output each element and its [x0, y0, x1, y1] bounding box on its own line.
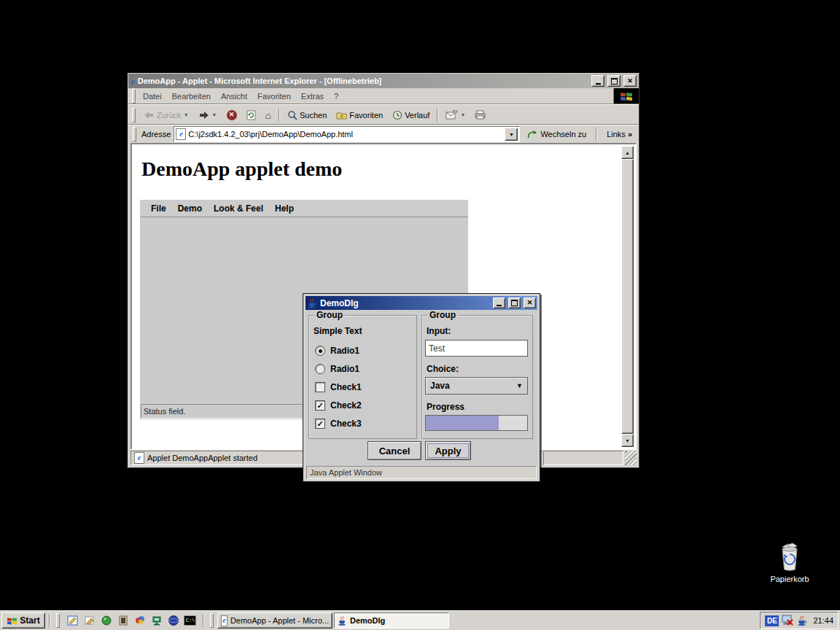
input-field[interactable]	[426, 343, 527, 354]
command-prompt-icon[interactable]: C:\	[184, 615, 196, 626]
history-button[interactable]: Verlauf	[388, 108, 434, 122]
menu-favoriten[interactable]: Favoriten	[252, 90, 296, 103]
recycle-bin-shortcut[interactable]: Papierkorb	[764, 542, 815, 583]
window-title: DemoApp - Applet - Microsoft Internet Ex…	[138, 77, 588, 85]
apply-button[interactable]: Apply	[425, 441, 471, 460]
start-windows-flag-icon	[7, 616, 18, 626]
dialog-body: Group Simple Text Radio1 Radio1 Check1 ✓…	[306, 310, 537, 479]
dialog-maximize-button[interactable]	[508, 298, 521, 308]
radio1-label: Radio1	[330, 346, 359, 356]
menu-extras[interactable]: Extras	[296, 90, 329, 103]
menu-bearbeiten[interactable]: Bearbeiten	[167, 90, 216, 103]
dialog-minimize-icon	[497, 305, 502, 306]
system-tray: DE 21:44	[760, 612, 839, 629]
recycle-bin-icon	[777, 542, 803, 572]
task-button-demodlg[interactable]: DemoDlg	[334, 612, 449, 629]
right-groupbox: Group Input: Choice: Java ▼ Progress	[421, 315, 533, 439]
radio1-selected[interactable]	[315, 346, 325, 356]
clock[interactable]: 21:44	[810, 616, 833, 625]
addressbar-grip[interactable]	[133, 127, 136, 141]
task-button-demoapp[interactable]: e DemoApp - Applet - Micro...	[217, 612, 332, 629]
minimize-button[interactable]	[591, 75, 604, 87]
left-groupbox: Group Simple Text Radio1 Radio1 Check1 ✓…	[308, 315, 417, 439]
taskband-grip[interactable]	[210, 613, 214, 628]
maximize-button[interactable]	[607, 75, 621, 87]
right-group-title: Group	[427, 310, 458, 320]
status-empty-cell	[543, 451, 623, 465]
refresh-button[interactable]	[242, 108, 260, 122]
radio2-label: Radio1	[330, 364, 359, 374]
close-button[interactable]: ✕	[623, 75, 637, 87]
task-java-cup-icon	[338, 616, 347, 626]
menu-datei[interactable]: Datei	[138, 90, 167, 103]
start-button[interactable]: Start	[1, 612, 45, 629]
check1-checkbox[interactable]	[315, 382, 325, 392]
home-button[interactable]: ⌂	[261, 108, 276, 122]
demodlg-dialog: DemoDlg ✕ Group Simple Text Radio1 Radio…	[303, 293, 540, 482]
show-desktop-icon[interactable]	[66, 614, 79, 627]
tray-java-cup-icon[interactable]	[797, 615, 807, 626]
quicklaunch-grip[interactable]	[56, 613, 60, 628]
offline-network-icon[interactable]	[782, 615, 794, 626]
dialog-close-button[interactable]: ✕	[524, 298, 536, 308]
search-label: Suchen	[300, 111, 327, 120]
cancel-button[interactable]: Cancel	[368, 441, 421, 460]
history-icon	[392, 110, 402, 120]
taskbar-separator-2	[203, 614, 204, 627]
address-dropdown-button[interactable]: ▼	[505, 128, 518, 141]
stop-button[interactable]: ✕	[222, 108, 241, 122]
input-label: Input:	[427, 326, 451, 336]
task-demoapp-label: DemoApp - Applet - Micro...	[230, 616, 329, 625]
favorites-button[interactable]: ★ Favoriten	[332, 109, 387, 122]
network-tree-icon[interactable]	[150, 614, 163, 627]
radio2-unselected[interactable]	[315, 364, 325, 374]
check2-checkbox[interactable]: ✓	[315, 400, 325, 411]
recycle-bin-label[interactable]: Papierkorb	[764, 575, 815, 583]
keyboard-layout-indicator[interactable]: DE	[765, 615, 779, 626]
address-input[interactable]	[188, 130, 502, 139]
mail-dropdown-icon[interactable]: ▼	[460, 112, 465, 117]
back-dropdown-icon[interactable]: ▼	[184, 112, 189, 117]
dialog-titlebar[interactable]: DemoDlg ✕	[306, 296, 537, 310]
check3-checkbox[interactable]: ✓	[315, 419, 325, 429]
print-button[interactable]	[470, 108, 491, 122]
applet-menu-file[interactable]: File	[145, 203, 172, 214]
search-button[interactable]: Suchen	[283, 108, 331, 122]
toolbar-grip[interactable]	[132, 108, 136, 122]
applet-menu-help[interactable]: Help	[269, 203, 300, 214]
menubar-grip[interactable]	[132, 89, 136, 104]
links-chevron-icon[interactable]: »	[628, 130, 632, 139]
radio-row-2: Radio1	[315, 364, 359, 374]
scrollbar-thumb[interactable]	[621, 159, 634, 434]
forward-button[interactable]: ▼	[194, 109, 222, 122]
write-note-icon[interactable]	[83, 614, 96, 627]
toolbar-separator-2	[437, 109, 438, 122]
address-book-icon[interactable]	[117, 614, 130, 627]
favorites-label: Favoriten	[349, 111, 383, 120]
scroll-up-button[interactable]: ▲	[621, 146, 634, 159]
green-app-icon[interactable]	[100, 614, 113, 627]
windows-flag-icon	[620, 90, 633, 102]
page-icon: e	[176, 128, 186, 140]
menu-ansicht[interactable]: Ansicht	[216, 90, 252, 103]
go-icon	[527, 130, 538, 139]
print-icon	[475, 110, 486, 120]
vertical-scrollbar[interactable]: ▲ ▼	[621, 146, 634, 447]
menu-help[interactable]: ?	[329, 90, 343, 103]
forward-dropdown-icon[interactable]: ▼	[212, 112, 217, 117]
media-player-icon[interactable]	[133, 614, 147, 627]
links-button[interactable]: Links »	[602, 128, 637, 141]
window-resize-grip[interactable]	[625, 451, 637, 465]
mail-button[interactable]: ▼	[441, 108, 470, 122]
scroll-down-button[interactable]: ▼	[621, 434, 634, 447]
simple-text-label: Simple Text	[314, 326, 362, 336]
applet-menu-lookfeel[interactable]: Look & Feel	[208, 203, 269, 214]
applet-menu-demo[interactable]: Demo	[172, 203, 208, 214]
back-button[interactable]: Zurück ▼	[139, 109, 193, 122]
globe-icon[interactable]	[167, 614, 180, 627]
go-button[interactable]: Wechseln zu	[523, 128, 591, 141]
choice-combobox[interactable]: Java ▼	[425, 377, 528, 394]
ie-titlebar[interactable]: e DemoApp - Applet - Microsoft Internet …	[128, 74, 639, 88]
stop-icon: ✕	[227, 110, 237, 120]
dialog-minimize-button[interactable]	[493, 298, 505, 308]
